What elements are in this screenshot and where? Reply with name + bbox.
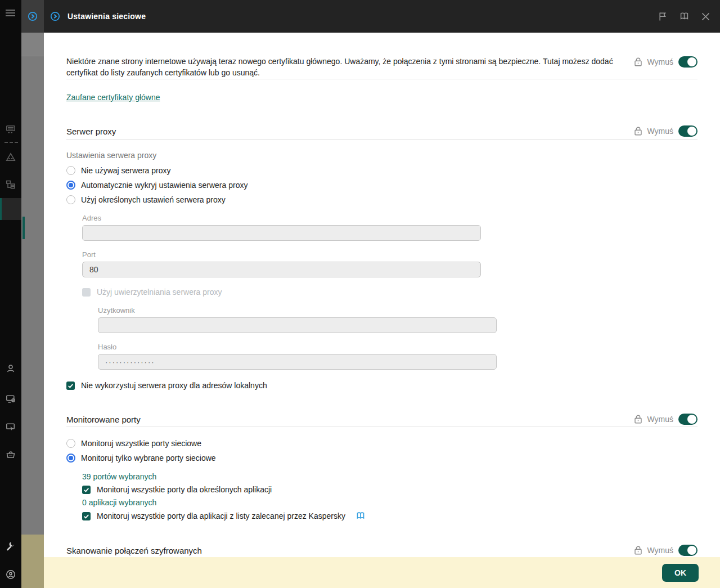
divider [66,139,698,140]
certificate-force-group: Wymuś [634,56,698,68]
radio-circle-selected[interactable] [66,454,75,463]
force-label: Wymuś [647,546,673,555]
profile-circle-icon[interactable] [6,569,16,580]
checkmark-icon [68,383,74,389]
ports-toggle[interactable] [678,414,698,425]
hamburger-menu-icon[interactable] [6,9,15,17]
close-icon[interactable] [701,12,710,21]
dimmed-navigation-strip [21,0,44,588]
divider [66,427,698,427]
checkmark-icon [83,487,89,493]
proxy-force-group: Wymuś [634,125,698,137]
app-tab[interactable] [21,0,44,33]
proxy-auth-checkbox-row[interactable]: Użyj uwierzytelniania serwera proxy [82,288,698,297]
page-title: Ustawienia sieciowe [68,12,146,21]
radio-custom-proxy[interactable]: Użyj określonych ustawień serwera proxy [66,195,698,204]
dimmed-panel-footer [21,535,44,588]
wrench-icon[interactable] [6,541,16,551]
lock-icon [634,415,642,424]
network-settings-panel: Niektóre znane strony internetowe używaj… [44,33,720,588]
window-header: Ustawienia sieciowe [44,0,720,33]
proxy-settings-label: Ustawienia serwera proxy [66,151,698,160]
checkbox-checked[interactable] [82,486,91,494]
encrypted-toggle[interactable] [678,545,698,556]
radio-no-proxy[interactable]: Nie używaj serwera proxy [66,166,698,175]
trusted-certificates-link[interactable]: Zaufane certyfikaty główne [66,93,160,102]
force-label: Wymuś [647,415,673,424]
username-input[interactable] [98,317,497,333]
user-icon[interactable] [6,363,16,374]
radio-circle[interactable] [66,166,75,175]
ports-section-title: Monitorowane porty [66,415,141,424]
address-label: Adres [82,214,698,222]
lock-icon [634,546,642,555]
radio-label: Automatycznie wykryj ustawienia serwera … [81,181,248,190]
save-bar: OK [44,557,720,588]
username-label: Użytkownik [98,306,698,315]
radio-circle-selected[interactable] [66,181,75,190]
rail-active-item[interactable] [0,198,21,220]
devices-icon[interactable] [6,124,16,134]
radio-auto-detect-proxy[interactable]: Automatycznie wykryj ustawienia serwera … [66,181,698,190]
bypass-local-checkbox-row[interactable]: Nie wykorzystuj serwera proxy dla adresó… [66,381,698,390]
password-label: Hasło [98,343,698,351]
radio-label: Użyj określonych ustawień serwera proxy [81,195,226,204]
radio-label: Nie używaj serwera proxy [81,166,171,175]
basket-icon[interactable] [6,450,16,460]
feedback-flag-icon[interactable] [658,12,668,21]
radio-circle[interactable] [66,439,75,448]
divider [66,79,698,79]
force-label: Wymuś [647,57,673,66]
certificate-toggle[interactable] [678,56,698,68]
monitor-apps-checkbox-row[interactable]: Monitoruj wszystkie porty dla określonyc… [82,485,698,494]
ok-button[interactable]: OK [662,564,699,582]
policies-tree-icon[interactable] [6,179,16,190]
checkbox-label: Monitoruj wszystkie porty dla aplikacji … [97,511,345,520]
port-input[interactable] [82,262,481,277]
encrypted-force-group: Wymuś [634,545,698,556]
radio-circle[interactable] [66,195,75,204]
help-book-icon[interactable] [680,12,689,21]
dimmed-panel-divider [21,56,44,56]
dimmed-selected-indicator [22,217,25,239]
address-input[interactable] [82,225,481,241]
warning-triangle-icon[interactable] [6,152,16,162]
radio-monitor-all-ports[interactable]: Monitoruj wszystkie porty sieciowe [66,439,698,448]
lock-icon [634,57,642,66]
kaspersky-tab-icon [28,11,38,21]
port-label: Port [82,250,698,259]
checkbox-checked[interactable] [82,512,91,520]
help-book-icon[interactable] [356,512,365,520]
dimmed-panel-top [21,33,44,56]
checkbox-label: Nie wykorzystuj serwera proxy dla adresó… [81,381,267,390]
rail-separator [4,142,18,143]
dimmed-panel-body [21,56,44,535]
selected-ports-link[interactable]: 39 portów wybranych [82,472,156,481]
radio-monitor-selected-ports[interactable]: Monitoruj tylko wybrane porty sieciowe [66,454,698,463]
password-input[interactable] [98,354,497,370]
device-settings-icon[interactable] [6,394,16,404]
checkbox-checked[interactable] [66,381,75,390]
force-label: Wymuś [647,127,673,136]
certificate-notice-text: Niektóre znane strony internetowe używaj… [66,56,620,78]
lock-icon [634,127,642,136]
ports-force-group: Wymuś [634,414,698,425]
radio-label: Monitoruj wszystkie porty sieciowe [81,439,201,448]
remote-device-icon[interactable] [6,422,16,432]
monitor-recommended-checkbox-row[interactable]: Monitoruj wszystkie porty dla aplikacji … [82,511,698,520]
encrypted-section-title: Skanowanie połączeń szyfrowanych [66,546,202,555]
checkbox-unchecked-disabled[interactable] [82,288,91,297]
selected-apps-link[interactable]: 0 aplikacji wybranych [82,498,156,507]
app-rail [0,0,21,588]
proxy-toggle[interactable] [678,125,698,137]
checkbox-label: Użyj uwierzytelniania serwera proxy [97,288,222,297]
radio-label: Monitoruj tylko wybrane porty sieciowe [81,454,216,463]
checkmark-icon [83,513,89,519]
proxy-section-title: Serwer proxy [66,127,116,136]
checkbox-label: Monitoruj wszystkie porty dla określonyc… [97,485,272,494]
settings-page-icon [50,11,60,21]
